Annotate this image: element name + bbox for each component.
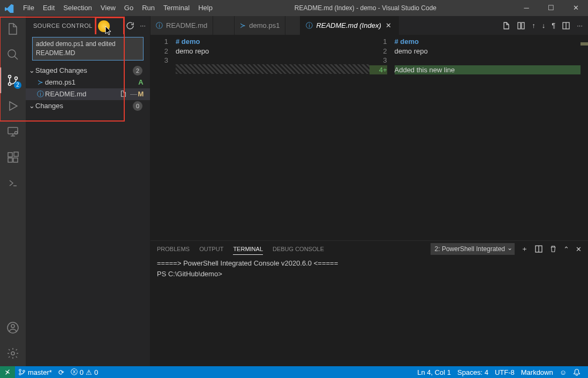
refresh-icon[interactable] (126, 21, 134, 30)
whitespace-icon[interactable]: ¶ (552, 21, 555, 29)
activity-settings[interactable] (0, 341, 26, 366)
activity-source-control[interactable]: 2 (0, 67, 26, 93)
status-bar: master* ⟳ ⓧ0 ⚠0 Ln 4, Col 1 Spaces: 4 UT… (0, 366, 588, 378)
panel-tab-problems[interactable]: PROBLEMS (157, 244, 190, 254)
panel-tab-output[interactable]: OUTPUT (199, 244, 223, 254)
kill-terminal-icon[interactable] (549, 245, 557, 253)
section-changes[interactable]: ⌄ Changes 0 (26, 100, 150, 112)
activity-accounts[interactable] (0, 315, 26, 341)
diff-editor[interactable]: 123 # demo demo repo 1234+ # demo demo r… (150, 35, 588, 240)
commit-message-input[interactable]: added demo.ps1 and edited README.MD (32, 37, 144, 61)
sidebar: SOURCE CONTROL ··· added demo.ps1 and ed… (26, 16, 150, 366)
tab-label: demo.ps1 (249, 21, 280, 29)
menu-terminal[interactable]: Terminal (159, 0, 194, 16)
diff-sidebyside-icon[interactable] (517, 21, 525, 30)
svg-point-1 (9, 75, 11, 78)
close-panel-icon[interactable]: ✕ (576, 245, 582, 253)
svg-point-17 (19, 369, 21, 372)
panel-tabs: PROBLEMS OUTPUT TERMINAL DEBUG CONSOLE 2… (150, 241, 588, 257)
tabs-row: ⓘ README.md ≻ demo.ps1 ⓘ README.md (Inde… (150, 16, 588, 35)
panel-tab-debugconsole[interactable]: DEBUG CONSOLE (273, 244, 324, 254)
gutter: 1234+ (370, 35, 395, 240)
chevron-down-icon: ⌄ (28, 102, 35, 110)
open-file-icon[interactable] (119, 90, 127, 98)
section-label: Staged Changes (35, 66, 133, 74)
gutter: 123 (150, 35, 176, 240)
status-language[interactable]: Markdown (518, 366, 556, 378)
section-count: 0 (133, 101, 142, 111)
open-file-icon[interactable] (502, 21, 510, 30)
svg-rect-14 (522, 22, 524, 29)
previous-change-icon[interactable]: ↑ (532, 21, 536, 29)
new-terminal-icon[interactable]: ＋ (521, 244, 528, 254)
sidebar-title: SOURCE CONTROL (33, 22, 102, 29)
status-encoding[interactable]: UTF-8 (492, 366, 518, 378)
editor-area: ⓘ README.md ≻ demo.ps1 ⓘ README.md (Inde… (150, 16, 588, 366)
sidebar-header: SOURCE CONTROL ··· (26, 16, 150, 35)
status-spaces[interactable]: Spaces: 4 (454, 366, 492, 378)
panel-tab-terminal[interactable]: TERMINAL (233, 244, 263, 255)
code: # demo demo repo (176, 35, 370, 240)
maximize-button[interactable]: ☐ (539, 0, 563, 16)
staged-item-demo-ps1[interactable]: ≻ demo.ps1 A (26, 77, 150, 88)
close-button[interactable]: ✕ (563, 0, 588, 16)
section-staged-changes[interactable]: ⌄ Staged Changes 2 (26, 65, 150, 77)
svg-point-0 (8, 50, 16, 57)
window-title: README.md (Index) - demo - Visual Studio… (217, 4, 514, 12)
activity-bar: 2 (0, 16, 26, 366)
status-feedback-icon[interactable]: ☺ (556, 366, 570, 378)
cursor-arrow-icon (105, 26, 112, 35)
tab-readme[interactable]: ⓘ README.md (150, 16, 213, 35)
svg-point-2 (9, 83, 11, 86)
activity-search[interactable] (0, 42, 26, 67)
status-letter: A (137, 78, 145, 86)
scm-tree: ⌄ Staged Changes 2 ≻ demo.ps1 A ⓘ README… (26, 65, 150, 366)
maximize-panel-icon[interactable]: ⌃ (563, 245, 569, 253)
close-icon[interactable]: ✕ (385, 21, 393, 29)
vscode-logo-icon (0, 4, 19, 13)
status-sync[interactable]: ⟳ (55, 366, 67, 378)
activity-powershell[interactable] (0, 170, 26, 196)
status-branch[interactable]: master* (15, 366, 55, 378)
more-icon[interactable]: ··· (140, 21, 146, 29)
svg-rect-9 (14, 152, 18, 156)
remote-button[interactable] (0, 366, 15, 378)
overview-ruler[interactable] (581, 35, 588, 240)
scm-badge: 2 (14, 81, 21, 89)
status-line-col[interactable]: Ln 4, Col 1 (414, 366, 454, 378)
tab-label: README.md (166, 21, 207, 29)
svg-rect-7 (8, 158, 12, 162)
staged-item-readme[interactable]: ⓘ README.md — M (26, 88, 150, 100)
activity-run[interactable] (0, 93, 26, 119)
menu-run[interactable]: Run (138, 0, 159, 16)
menu-bar: File Edit Selection View Go Run Terminal… (19, 0, 217, 16)
svg-point-12 (11, 352, 14, 355)
activity-extensions[interactable] (0, 145, 26, 170)
info-file-icon: ⓘ (35, 89, 45, 99)
status-errors-warnings[interactable]: ⓧ0 ⚠0 (67, 366, 101, 378)
status-notifications-icon[interactable] (570, 366, 584, 378)
tab-demo-ps1[interactable]: ≻ demo.ps1 (235, 16, 285, 35)
terminal-body[interactable]: =====> PowerShell Integrated Console v20… (150, 257, 588, 366)
menu-help[interactable]: Help (194, 0, 217, 16)
file-name: README.md (45, 90, 119, 98)
diff-left-pane[interactable]: 123 # demo demo repo (150, 35, 370, 240)
diff-right-pane[interactable]: 1234+ # demo demo repo Added this new li… (370, 35, 589, 240)
menu-edit[interactable]: Edit (39, 0, 59, 16)
unstage-icon[interactable]: — (130, 90, 137, 98)
svg-rect-4 (8, 127, 18, 134)
menu-view[interactable]: View (96, 0, 120, 16)
svg-point-5 (15, 132, 18, 134)
activity-remote-explorer[interactable] (0, 119, 26, 145)
menu-selection[interactable]: Selection (59, 0, 96, 16)
activity-explorer[interactable] (0, 16, 26, 42)
next-change-icon[interactable]: ↓ (542, 21, 546, 29)
menu-file[interactable]: File (19, 0, 39, 16)
more-icon[interactable]: ··· (577, 21, 583, 29)
split-terminal-icon[interactable] (534, 245, 543, 253)
split-editor-icon[interactable] (562, 21, 570, 30)
tab-readme-index[interactable]: ⓘ README.md (Index) ✕ (300, 16, 398, 35)
terminal-selector[interactable]: 2: PowerShell Integrated (431, 243, 515, 255)
menu-go[interactable]: Go (120, 0, 138, 16)
minimize-button[interactable]: ─ (514, 0, 539, 16)
